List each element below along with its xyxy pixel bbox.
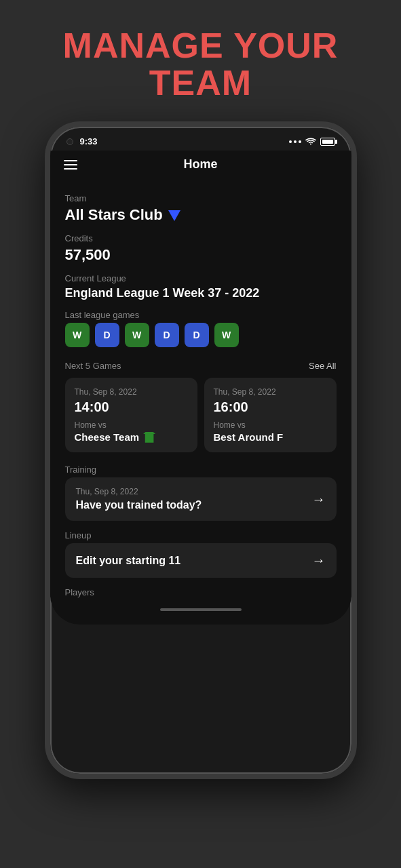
jersey-icon <box>143 432 155 443</box>
lineup-card[interactable]: Edit your starting 11 → <box>65 543 337 578</box>
nav-bar: Home <box>50 151 351 181</box>
lineup-title: Edit your starting 11 <box>76 555 181 567</box>
result-badge-1: D <box>95 323 119 347</box>
credits-label: Credits <box>65 233 337 243</box>
status-left: 9:33 <box>66 136 98 146</box>
game-opponent-0: Cheese Team <box>75 431 188 443</box>
game-card-0[interactable]: Thu, Sep 8, 2022 14:00 Home vs Cheese Te… <box>65 378 197 452</box>
signal-dots <box>289 140 301 143</box>
page-container: MANAGE YOUR TEAM 9:33 <box>45 0 357 779</box>
phone-screen: Home Team All Stars Club Credits 57,500 … <box>50 151 351 625</box>
team-section: Team All Stars Club Credits 57,500 Curre… <box>65 193 337 347</box>
game-vs-1: Home vs <box>214 420 327 430</box>
page-title: MANAGE YOUR TEAM <box>45 27 357 101</box>
last-games-label: Last league games <box>65 310 337 320</box>
team-label: Team <box>65 193 337 203</box>
game-date-1: Thu, Sep 8, 2022 <box>214 387 327 397</box>
status-right <box>289 138 335 146</box>
result-badge-4: D <box>185 323 209 347</box>
game-opponent-1: Best Around F <box>214 431 327 443</box>
time-display: 9:33 <box>80 136 98 146</box>
game-vs-0: Home vs <box>75 420 188 430</box>
result-badge-2: W <box>125 323 149 347</box>
menu-button[interactable] <box>64 160 77 170</box>
main-content: Team All Stars Club Credits 57,500 Curre… <box>50 181 351 597</box>
game-card-1[interactable]: Thu, Sep 8, 2022 16:00 Home vs Best Arou… <box>204 378 337 452</box>
training-date: Thu, Sep 8, 2022 <box>76 487 202 496</box>
nav-title: Home <box>183 157 217 172</box>
credits-value: 57,500 <box>65 246 337 264</box>
result-badge-3: D <box>155 323 179 347</box>
lineup-arrow: → <box>312 553 326 568</box>
team-name-row: All Stars Club <box>65 206 337 224</box>
game-date-0: Thu, Sep 8, 2022 <box>75 387 188 397</box>
result-badge-0: W <box>65 323 90 347</box>
next-games-section: Next 5 Games See All Thu, Sep 8, 2022 14… <box>65 361 337 452</box>
wifi-icon <box>305 138 316 146</box>
players-label: Players <box>65 587 337 597</box>
result-badge-5: W <box>214 323 239 347</box>
battery-icon <box>320 138 335 146</box>
training-card-left: Thu, Sep 8, 2022 Have you trained today? <box>76 487 202 511</box>
training-label: Training <box>65 465 337 475</box>
lineup-card-left: Edit your starting 11 <box>76 555 181 567</box>
training-section: Training Thu, Sep 8, 2022 Have you train… <box>65 465 337 521</box>
league-label: Current League <box>65 273 337 283</box>
status-bar: 9:33 <box>50 127 351 151</box>
next-games-header: Next 5 Games See All <box>65 361 337 371</box>
game-time-0: 14:00 <box>75 399 188 415</box>
camera-dot <box>66 138 73 145</box>
training-arrow: → <box>312 492 326 507</box>
lineup-label: Lineup <box>65 530 337 540</box>
see-all-link[interactable]: See All <box>309 361 336 371</box>
results-row: WDWDDW <box>65 323 337 347</box>
shield-icon <box>168 210 180 221</box>
game-time-1: 16:00 <box>214 399 327 415</box>
team-name: All Stars Club <box>65 206 163 224</box>
phone-side-button <box>355 262 357 303</box>
training-title: Have you trained today? <box>76 499 202 511</box>
lineup-section: Lineup Edit your starting 11 → <box>65 530 337 578</box>
home-indicator <box>160 608 242 611</box>
games-row: Thu, Sep 8, 2022 14:00 Home vs Cheese Te… <box>65 378 337 452</box>
next-games-label: Next 5 Games <box>65 361 121 371</box>
training-card[interactable]: Thu, Sep 8, 2022 Have you trained today?… <box>65 477 337 521</box>
phone-shell: 9:33 <box>45 121 357 779</box>
league-name: England League 1 Week 37 - 2022 <box>65 286 337 300</box>
